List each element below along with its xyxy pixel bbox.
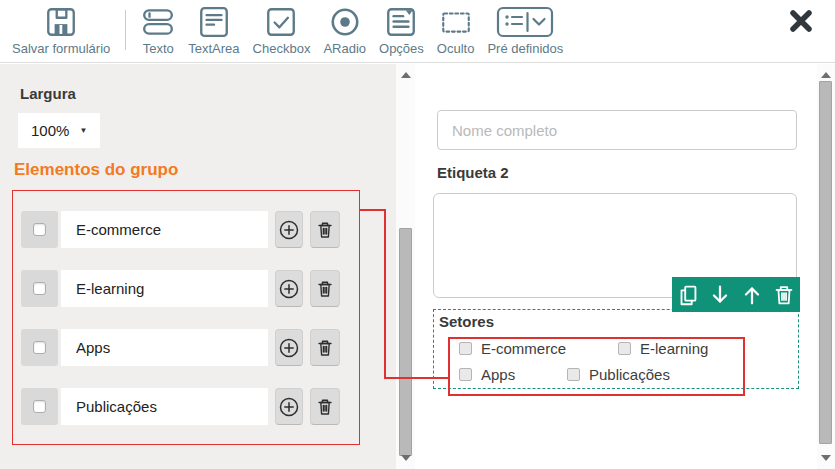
plus-circle-icon (278, 337, 300, 359)
group-elements-heading: Elementos do grupo (14, 160, 178, 180)
trash-icon (314, 219, 336, 241)
toolbar-button-label: Oculto (437, 41, 475, 56)
group-item-row (21, 388, 340, 425)
add-item-button[interactable] (275, 388, 303, 425)
group-item-row (21, 270, 340, 307)
item-handle[interactable] (21, 388, 58, 425)
option-publicacoes: Publicações (567, 366, 670, 383)
toolbar-button-label: Opções (379, 41, 424, 56)
item-checkbox[interactable] (33, 400, 46, 413)
form-builder-window: Salvar formulário Texto TextArea (0, 0, 835, 469)
form-preview-panel: Etiqueta 2 (415, 64, 817, 469)
trash-icon (314, 396, 336, 418)
group-item-row (21, 329, 340, 366)
plus-circle-icon (278, 278, 300, 300)
width-label: Largura (20, 85, 76, 102)
caret-down-icon: ▼ (79, 126, 87, 135)
full-name-input[interactable] (437, 110, 797, 150)
add-hidden-button[interactable]: Oculto (437, 5, 475, 56)
delete-item-button[interactable] (310, 388, 340, 425)
toolbar-divider (125, 10, 126, 50)
toolbar: Salvar formulário Texto TextArea (0, 0, 835, 63)
arrow-up-icon (739, 282, 765, 308)
scroll-up-icon[interactable] (401, 72, 411, 78)
trash-icon (314, 278, 336, 300)
close-icon (788, 8, 814, 34)
group-elements-box (12, 190, 360, 445)
option-checkbox[interactable] (618, 342, 631, 355)
item-label-input[interactable] (61, 211, 268, 248)
option-checkbox[interactable] (459, 368, 472, 381)
toolbar-button-label: ARadio (323, 41, 366, 56)
group-label: Setores (439, 313, 494, 330)
toolbar-button-label: Checkbox (253, 41, 311, 56)
selected-group-outline[interactable]: Setores E-commerce E-learning Apps Publi… (433, 309, 799, 389)
properties-panel: Largura 100% ▼ Elementos do grupo (0, 64, 396, 469)
left-scrollbar[interactable] (396, 64, 415, 469)
textarea-label: Etiqueta 2 (437, 164, 509, 181)
trash-icon (771, 282, 797, 308)
copy-icon (675, 282, 701, 308)
hidden-field-icon (439, 5, 473, 39)
item-handle[interactable] (21, 329, 58, 366)
text-input-icon (141, 5, 175, 39)
save-icon (44, 5, 78, 39)
arrow-down-icon (707, 282, 733, 308)
scroll-down-icon[interactable] (401, 455, 411, 461)
item-label-input[interactable] (61, 270, 268, 307)
toolbar-button-label: Pré definidos (487, 41, 563, 56)
item-checkbox[interactable] (33, 223, 46, 236)
option-label: Publicações (589, 366, 670, 383)
delete-item-button[interactable] (310, 211, 340, 248)
textarea-icon (197, 5, 231, 39)
option-elearning: E-learning (618, 340, 708, 357)
toolbar-button-label: Texto (143, 41, 174, 56)
item-label-input[interactable] (61, 329, 268, 366)
option-apps: Apps (459, 366, 515, 383)
add-text-button[interactable]: Texto (141, 5, 175, 56)
width-select[interactable]: 100% ▼ (18, 113, 100, 148)
add-textarea-button[interactable]: TextArea (188, 5, 239, 56)
option-checkbox[interactable] (459, 342, 472, 355)
move-down-button[interactable] (707, 282, 733, 308)
move-up-button[interactable] (739, 282, 765, 308)
scrollbar-thumb[interactable] (399, 228, 412, 456)
plus-circle-icon (278, 396, 300, 418)
radio-icon (328, 5, 362, 39)
item-handle[interactable] (21, 270, 58, 307)
scroll-down-icon[interactable] (821, 455, 831, 461)
scroll-up-icon[interactable] (821, 72, 831, 78)
save-form-button[interactable]: Salvar formulário (12, 5, 110, 56)
predefined-fields-button[interactable]: Pré definidos (487, 5, 563, 56)
scrollbar-thumb[interactable] (819, 81, 832, 444)
group-item-row (21, 211, 340, 248)
delete-element-button[interactable] (771, 282, 797, 308)
toolbar-button-label: TextArea (188, 41, 239, 56)
checkbox-icon (264, 5, 298, 39)
option-label: Apps (481, 366, 515, 383)
option-label: E-commerce (481, 340, 566, 357)
add-options-button[interactable]: Opções (379, 5, 424, 56)
add-checkbox-button[interactable]: Checkbox (253, 5, 311, 56)
right-scrollbar[interactable] (817, 64, 835, 469)
add-radio-button[interactable]: ARadio (323, 5, 366, 56)
options-select-icon (384, 5, 418, 39)
element-action-toolbar (672, 277, 800, 312)
delete-item-button[interactable] (310, 270, 340, 307)
width-select-value: 100% (31, 122, 69, 139)
add-item-button[interactable] (275, 211, 303, 248)
add-item-button[interactable] (275, 270, 303, 307)
add-item-button[interactable] (275, 329, 303, 366)
close-button[interactable] (788, 8, 814, 38)
toolbar-button-label: Salvar formulário (12, 41, 110, 56)
delete-item-button[interactable] (310, 329, 340, 366)
item-label-input[interactable] (61, 388, 268, 425)
item-checkbox[interactable] (33, 341, 46, 354)
item-handle[interactable] (21, 211, 58, 248)
option-label: E-learning (640, 340, 708, 357)
item-checkbox[interactable] (33, 282, 46, 295)
option-ecommerce: E-commerce (459, 340, 566, 357)
duplicate-element-button[interactable] (675, 282, 701, 308)
option-checkbox[interactable] (567, 368, 580, 381)
predefined-list-icon (496, 5, 554, 39)
